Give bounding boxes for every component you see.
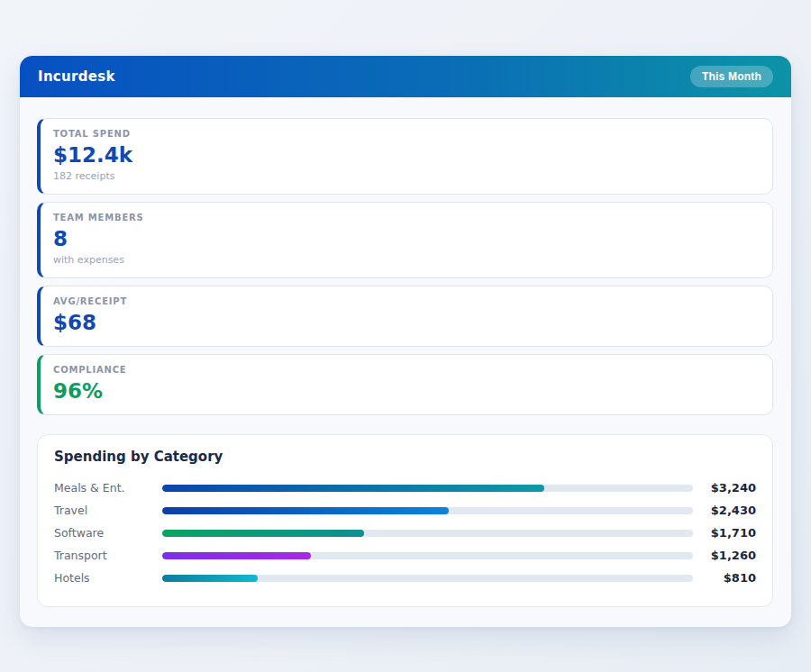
chart-row-hotels: Hotels $810	[54, 567, 756, 589]
bar-fill-transport	[162, 552, 311, 559]
stat-card-total-spend: TOTAL SPEND $12.4k 182 receipts	[37, 118, 773, 195]
category-label: Travel	[54, 504, 162, 517]
stat-value: 96%	[53, 377, 758, 404]
stat-card-team-members: TEAM MEMBERS 8 with expenses	[37, 202, 773, 278]
stat-label: COMPLIANCE	[53, 365, 758, 375]
stat-subtext: with expenses	[53, 253, 758, 268]
bar-track	[162, 575, 693, 582]
category-value: $2,430	[693, 504, 756, 517]
chart-row-software: Software $1,710	[54, 522, 756, 544]
bar-fill-hotels	[162, 575, 258, 582]
panel-body: TOTAL SPEND $12.4k 182 receipts TEAM MEM…	[20, 97, 791, 627]
stat-value: $68	[53, 309, 758, 336]
incurdesk-panel: Incurdesk This Month TOTAL SPEND $12.4k …	[20, 56, 791, 627]
app-title: Incurdesk	[38, 68, 115, 85]
category-label: Hotels	[54, 571, 162, 585]
stat-card-compliance: COMPLIANCE 96%	[37, 354, 773, 415]
stat-value: $12.4k	[53, 141, 758, 168]
category-value: $1,710	[693, 526, 756, 540]
bar-fill-software	[162, 530, 364, 537]
category-label: Transport	[54, 549, 162, 562]
period-selector-badge[interactable]: This Month	[690, 66, 773, 87]
category-label: Software	[54, 526, 162, 540]
chart-title: Spending by Category	[54, 449, 756, 465]
spending-by-category-card: Spending by Category Meals & Ent. $3,240…	[37, 434, 773, 607]
bar-fill-meals	[162, 485, 544, 492]
bar-fill-travel	[162, 507, 449, 514]
chart-row-transport: Transport $1,260	[54, 544, 756, 567]
category-value: $1,260	[693, 549, 756, 562]
bar-track	[162, 530, 693, 537]
chart-row-travel: Travel $2,430	[54, 499, 756, 522]
stat-label: TOTAL SPEND	[53, 129, 758, 139]
stat-value: 8	[53, 225, 758, 252]
category-value: $3,240	[693, 481, 756, 495]
bar-track	[162, 485, 693, 492]
category-value: $810	[693, 571, 756, 585]
stat-label: TEAM MEMBERS	[53, 213, 758, 222]
category-label: Meals & Ent.	[54, 481, 162, 495]
bar-track	[162, 552, 693, 559]
stat-card-avg-receipt: AVG/RECEIPT $68	[37, 286, 773, 347]
stat-label: AVG/RECEIPT	[53, 296, 758, 306]
chart-row-meals: Meals & Ent. $3,240	[54, 477, 756, 499]
panel-header: Incurdesk This Month	[20, 56, 791, 97]
stat-subtext: 182 receipts	[53, 169, 758, 184]
bar-track	[162, 507, 693, 514]
